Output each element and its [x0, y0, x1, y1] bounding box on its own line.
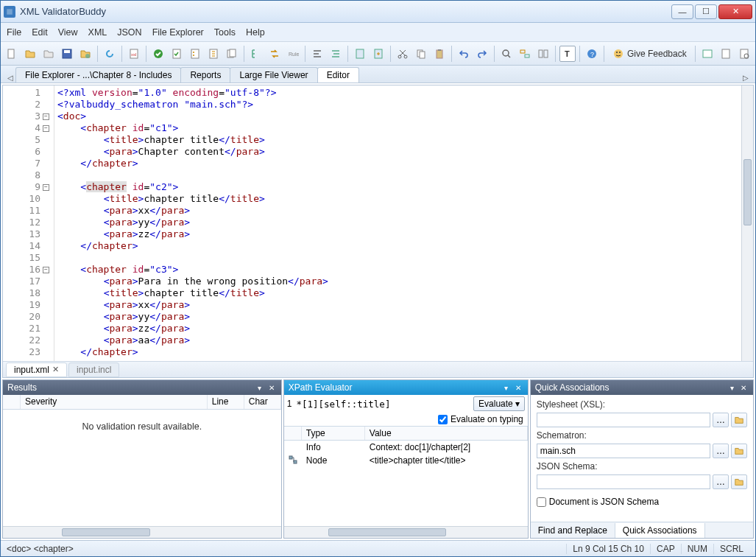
schematron-input[interactable] [537, 444, 710, 458]
svg-point-4 [85, 54, 90, 58]
json-schema-checkbox[interactable] [537, 497, 546, 507]
paste-icon[interactable] [431, 46, 448, 62]
svg-rect-21 [420, 52, 425, 58]
browse-button[interactable]: … [713, 474, 729, 489]
tree-icon[interactable] [248, 46, 264, 62]
svg-rect-22 [437, 50, 442, 58]
svg-rect-36 [722, 49, 729, 58]
menu-file[interactable]: File [7, 27, 21, 38]
evaluate-on-typing-checkbox[interactable] [438, 415, 448, 424]
results-columns: Severity Line Char [3, 395, 281, 410]
document-tab[interactable]: Editor [317, 67, 359, 83]
new-icon[interactable] [4, 46, 20, 62]
menu-help[interactable]: Help [246, 27, 265, 38]
toolbar: xsl Rule T ? Give Feedbac [1, 42, 755, 66]
tab-find-replace[interactable]: Find and Replace [531, 523, 615, 538]
document-tabstrip: ◁ File Explorer - ...\Chapter 8 - Includ… [1, 66, 755, 83]
svg-point-11 [193, 55, 194, 56]
vertical-scrollbar[interactable] [741, 85, 753, 361]
save-icon[interactable] [59, 46, 75, 62]
json-schema-input[interactable] [537, 474, 710, 489]
file-tab[interactable]: input.incl [68, 362, 119, 377]
document-tab[interactable]: File Explorer - ...\Chapter 8 - Includes [15, 67, 181, 83]
open-folder-icon[interactable] [731, 474, 747, 489]
close-icon[interactable]: ✕ [52, 365, 59, 374]
horizontal-scrollbar[interactable] [284, 526, 528, 538]
maximize-button[interactable]: ☐ [695, 4, 717, 19]
app-icon [4, 6, 15, 18]
validate-schematron-icon[interactable] [205, 46, 222, 62]
svg-point-24 [503, 50, 509, 56]
schema-gen-icon[interactable] [370, 46, 386, 62]
window-icon-1[interactable] [699, 46, 716, 62]
svg-rect-14 [230, 49, 236, 57]
diff-icon[interactable] [535, 46, 551, 62]
xpath-expression-input[interactable]: *[1][self::title] [294, 398, 470, 410]
validate-batch-icon[interactable] [224, 46, 240, 62]
rule-icon[interactable]: Rule [285, 46, 301, 62]
panel-dropdown-icon[interactable]: ▾ [501, 382, 512, 393]
svg-point-33 [616, 52, 618, 53]
redo-icon[interactable] [474, 46, 490, 62]
explorer-icon[interactable] [77, 46, 93, 62]
open-folder-icon[interactable] [731, 444, 747, 458]
format-pretty-icon[interactable] [328, 46, 344, 62]
svg-rect-40 [294, 460, 297, 463]
cut-icon[interactable] [395, 46, 411, 62]
give-feedback-button[interactable]: Give Feedback [608, 48, 691, 60]
document-tab[interactable]: Reports [180, 67, 230, 83]
close-button[interactable]: ✕ [718, 4, 752, 19]
panel-close-icon[interactable]: ✕ [738, 382, 749, 393]
xsl-input[interactable] [537, 413, 710, 427]
line-gutter: 123−4−56789−10111213141516−1718192021222… [3, 85, 54, 361]
help-icon[interactable]: ? [584, 46, 600, 62]
text-icon[interactable]: T [559, 46, 576, 62]
menu-file-explorer[interactable]: File Explorer [152, 27, 204, 38]
find-replace-icon[interactable] [517, 46, 533, 62]
panel-close-icon[interactable]: ✕ [266, 382, 277, 393]
transform-icon[interactable] [266, 46, 283, 62]
open-folder-icon[interactable] [731, 413, 747, 427]
svg-rect-25 [520, 50, 525, 53]
xpath-expr-number: 1 [287, 399, 292, 409]
find-icon[interactable] [498, 46, 515, 62]
browse-button[interactable]: … [713, 444, 729, 458]
menu-edit[interactable]: Edit [32, 27, 48, 38]
undo-icon[interactable] [456, 46, 472, 62]
horizontal-scrollbar[interactable] [3, 526, 281, 538]
tab-scroll-left-icon[interactable]: ◁ [5, 72, 15, 83]
folder-icon[interactable] [40, 46, 57, 62]
open-icon[interactable] [22, 46, 38, 62]
svg-text:xsl: xsl [131, 52, 136, 57]
copy-icon[interactable] [413, 46, 429, 62]
xsl-icon[interactable]: xsl [126, 46, 142, 62]
window-icon-2[interactable] [718, 46, 734, 62]
json-schema-label: JSON Schema: [537, 461, 747, 472]
menu-json[interactable]: JSON [117, 27, 141, 38]
results-empty-message: No validation result available. [3, 410, 281, 526]
minimize-button[interactable]: — [671, 4, 693, 19]
panel-close-icon[interactable]: ✕ [513, 382, 523, 393]
menu-xml[interactable]: XML [88, 27, 107, 38]
panel-dropdown-icon[interactable]: ▾ [255, 382, 265, 393]
evaluate-button[interactable]: Evaluate ▾ [473, 396, 525, 411]
document-tab[interactable]: Large File Viewer [230, 67, 317, 83]
tab-quick-associations[interactable]: Quick Associations [615, 523, 705, 538]
panel-dropdown-icon[interactable]: ▾ [727, 382, 737, 393]
format-icon[interactable] [309, 46, 325, 62]
xpath-result-row[interactable]: Node<title>chapter title</title> [284, 454, 528, 468]
menu-tools[interactable]: Tools [214, 27, 236, 38]
schema-icon[interactable] [352, 46, 368, 62]
check-green-icon[interactable] [150, 46, 166, 62]
file-tab[interactable]: input.xml✕ [6, 362, 67, 377]
associations-panel: Quick Associations ▾ ✕ Stylesheet (XSL):… [530, 379, 754, 539]
validate-list-icon[interactable] [187, 46, 203, 62]
code-editor[interactable]: <?xml version="1.0" encoding="utf-8"?><?… [54, 85, 741, 361]
refresh-icon[interactable] [102, 46, 118, 62]
tab-scroll-right-icon[interactable]: ▷ [741, 72, 751, 83]
browse-button[interactable]: … [713, 413, 729, 427]
window-icon-3[interactable] [736, 46, 752, 62]
validate-icon[interactable] [169, 46, 185, 62]
xpath-result-row[interactable]: InfoContext: doc[1]/chapter[2] [284, 441, 528, 454]
menu-view[interactable]: View [58, 27, 78, 38]
